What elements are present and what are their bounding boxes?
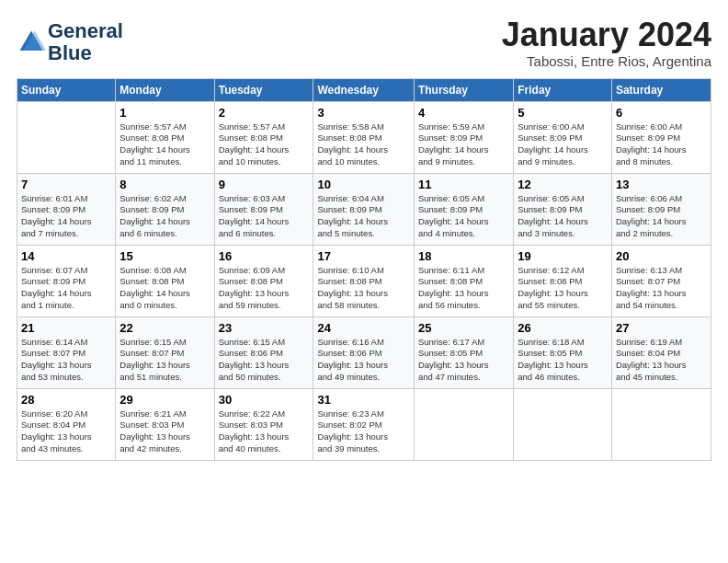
day-info: Sunrise: 5:57 AM Sunset: 8:08 PM Dayligh…	[219, 121, 310, 168]
logo-text: General Blue	[48, 20, 123, 64]
calendar-cell	[611, 388, 711, 460]
day-info: Sunrise: 6:16 AM Sunset: 8:06 PM Dayligh…	[317, 337, 409, 384]
calendar-cell: 23Sunrise: 6:15 AM Sunset: 8:06 PM Dayli…	[214, 316, 313, 388]
calendar-week-row: 14Sunrise: 6:07 AM Sunset: 8:09 PM Dayli…	[17, 245, 711, 316]
day-number: 2	[219, 106, 310, 120]
calendar-cell: 30Sunrise: 6:22 AM Sunset: 8:03 PM Dayli…	[214, 388, 313, 460]
calendar-cell: 31Sunrise: 6:23 AM Sunset: 8:02 PM Dayli…	[313, 388, 414, 460]
day-info: Sunrise: 6:19 AM Sunset: 8:04 PM Dayligh…	[616, 337, 707, 384]
day-info: Sunrise: 6:08 AM Sunset: 8:08 PM Dayligh…	[119, 265, 210, 312]
day-number: 13	[616, 178, 707, 191]
day-number: 22	[119, 321, 210, 335]
day-number: 18	[418, 249, 509, 263]
calendar-cell: 11Sunrise: 6:05 AM Sunset: 8:09 PM Dayli…	[414, 173, 513, 245]
calendar-cell	[17, 101, 116, 173]
day-info: Sunrise: 6:22 AM Sunset: 8:03 PM Dayligh…	[219, 408, 310, 455]
day-number: 8	[119, 178, 210, 191]
calendar-cell: 5Sunrise: 6:00 AM Sunset: 8:09 PM Daylig…	[514, 101, 612, 173]
calendar-cell: 25Sunrise: 6:17 AM Sunset: 8:05 PM Dayli…	[414, 316, 513, 388]
day-info: Sunrise: 6:03 AM Sunset: 8:09 PM Dayligh…	[219, 193, 310, 240]
day-number: 31	[317, 393, 409, 407]
day-info: Sunrise: 6:02 AM Sunset: 8:09 PM Dayligh…	[119, 193, 210, 240]
day-number: 30	[219, 393, 310, 407]
day-info: Sunrise: 6:05 AM Sunset: 8:09 PM Dayligh…	[418, 193, 509, 240]
logo-line1: General	[48, 20, 123, 42]
calendar-cell: 19Sunrise: 6:12 AM Sunset: 8:08 PM Dayli…	[514, 245, 612, 316]
day-number: 21	[21, 321, 111, 335]
calendar-week-row: 28Sunrise: 6:20 AM Sunset: 8:04 PM Dayli…	[17, 388, 711, 460]
day-info: Sunrise: 6:00 AM Sunset: 8:09 PM Dayligh…	[616, 121, 707, 168]
header-row: SundayMondayTuesdayWednesdayThursdayFrid…	[17, 78, 711, 101]
day-info: Sunrise: 6:17 AM Sunset: 8:05 PM Dayligh…	[418, 337, 509, 384]
day-info: Sunrise: 5:58 AM Sunset: 8:08 PM Dayligh…	[317, 121, 409, 168]
calendar-cell: 18Sunrise: 6:11 AM Sunset: 8:08 PM Dayli…	[414, 245, 513, 316]
day-number: 29	[119, 393, 210, 407]
day-number: 1	[119, 106, 210, 120]
day-info: Sunrise: 6:13 AM Sunset: 8:07 PM Dayligh…	[616, 265, 707, 312]
day-info: Sunrise: 5:57 AM Sunset: 8:08 PM Dayligh…	[119, 121, 210, 168]
subtitle: Tabossi, Entre Rios, Argentina	[502, 53, 711, 69]
day-number: 10	[317, 178, 409, 191]
calendar-cell: 15Sunrise: 6:08 AM Sunset: 8:08 PM Dayli…	[116, 245, 214, 316]
calendar-cell: 28Sunrise: 6:20 AM Sunset: 8:04 PM Dayli…	[17, 388, 116, 460]
header: General Blue January 2024 Tabossi, Entre…	[17, 17, 711, 69]
calendar-cell: 6Sunrise: 6:00 AM Sunset: 8:09 PM Daylig…	[611, 101, 711, 173]
day-info: Sunrise: 6:07 AM Sunset: 8:09 PM Dayligh…	[21, 265, 111, 312]
day-info: Sunrise: 6:10 AM Sunset: 8:08 PM Dayligh…	[317, 265, 409, 312]
day-number: 24	[317, 321, 409, 335]
day-info: Sunrise: 6:06 AM Sunset: 8:09 PM Dayligh…	[616, 193, 707, 240]
calendar-cell: 26Sunrise: 6:18 AM Sunset: 8:05 PM Dayli…	[514, 316, 612, 388]
day-number: 23	[219, 321, 310, 335]
day-info: Sunrise: 6:20 AM Sunset: 8:04 PM Dayligh…	[21, 408, 111, 455]
calendar-cell: 8Sunrise: 6:02 AM Sunset: 8:09 PM Daylig…	[116, 173, 214, 245]
header-cell: Wednesday	[313, 78, 414, 101]
calendar-cell: 21Sunrise: 6:14 AM Sunset: 8:07 PM Dayli…	[17, 316, 116, 388]
day-number: 14	[21, 249, 111, 263]
calendar-cell: 2Sunrise: 5:57 AM Sunset: 8:08 PM Daylig…	[214, 101, 313, 173]
calendar-cell: 12Sunrise: 6:05 AM Sunset: 8:09 PM Dayli…	[514, 173, 612, 245]
month-title: January 2024	[502, 17, 711, 53]
calendar-cell: 13Sunrise: 6:06 AM Sunset: 8:09 PM Dayli…	[611, 173, 711, 245]
day-info: Sunrise: 6:01 AM Sunset: 8:09 PM Dayligh…	[21, 193, 111, 240]
header-cell: Tuesday	[214, 78, 313, 101]
header-cell: Friday	[514, 78, 612, 101]
day-number: 3	[317, 106, 409, 120]
day-number: 11	[418, 178, 509, 191]
day-number: 25	[418, 321, 509, 335]
day-number: 15	[119, 249, 210, 263]
calendar-cell: 3Sunrise: 5:58 AM Sunset: 8:08 PM Daylig…	[313, 101, 414, 173]
calendar-cell: 27Sunrise: 6:19 AM Sunset: 8:04 PM Dayli…	[611, 316, 711, 388]
day-info: Sunrise: 6:15 AM Sunset: 8:07 PM Dayligh…	[119, 337, 210, 384]
day-info: Sunrise: 6:15 AM Sunset: 8:06 PM Dayligh…	[219, 337, 310, 384]
calendar-cell	[514, 388, 612, 460]
calendar-week-row: 7Sunrise: 6:01 AM Sunset: 8:09 PM Daylig…	[17, 173, 711, 245]
calendar-cell: 4Sunrise: 5:59 AM Sunset: 8:09 PM Daylig…	[414, 101, 513, 173]
day-number: 9	[219, 178, 310, 191]
calendar-cell: 22Sunrise: 6:15 AM Sunset: 8:07 PM Dayli…	[116, 316, 214, 388]
day-info: Sunrise: 6:04 AM Sunset: 8:09 PM Dayligh…	[317, 193, 409, 240]
day-number: 19	[518, 249, 608, 263]
header-cell: Monday	[116, 78, 214, 101]
header-cell: Thursday	[414, 78, 513, 101]
day-number: 4	[418, 106, 509, 120]
day-info: Sunrise: 6:00 AM Sunset: 8:09 PM Dayligh…	[518, 121, 608, 168]
day-number: 16	[219, 249, 310, 263]
calendar-cell: 10Sunrise: 6:04 AM Sunset: 8:09 PM Dayli…	[313, 173, 414, 245]
day-number: 6	[616, 106, 707, 120]
day-number: 26	[518, 321, 608, 335]
day-number: 28	[21, 393, 111, 407]
day-number: 17	[317, 249, 409, 263]
calendar-cell: 14Sunrise: 6:07 AM Sunset: 8:09 PM Dayli…	[17, 245, 116, 316]
day-info: Sunrise: 6:23 AM Sunset: 8:02 PM Dayligh…	[317, 408, 409, 455]
day-info: Sunrise: 6:11 AM Sunset: 8:08 PM Dayligh…	[418, 265, 509, 312]
calendar-week-row: 1Sunrise: 5:57 AM Sunset: 8:08 PM Daylig…	[17, 101, 711, 173]
day-info: Sunrise: 6:14 AM Sunset: 8:07 PM Dayligh…	[21, 337, 111, 384]
calendar-week-row: 21Sunrise: 6:14 AM Sunset: 8:07 PM Dayli…	[17, 316, 711, 388]
day-info: Sunrise: 6:21 AM Sunset: 8:03 PM Dayligh…	[119, 408, 210, 455]
logo: General Blue	[17, 20, 123, 64]
day-number: 7	[21, 178, 111, 191]
day-number: 12	[518, 178, 608, 191]
logo-line2: Blue	[48, 42, 123, 64]
day-info: Sunrise: 6:12 AM Sunset: 8:08 PM Dayligh…	[518, 265, 608, 312]
logo-icon	[17, 28, 46, 57]
